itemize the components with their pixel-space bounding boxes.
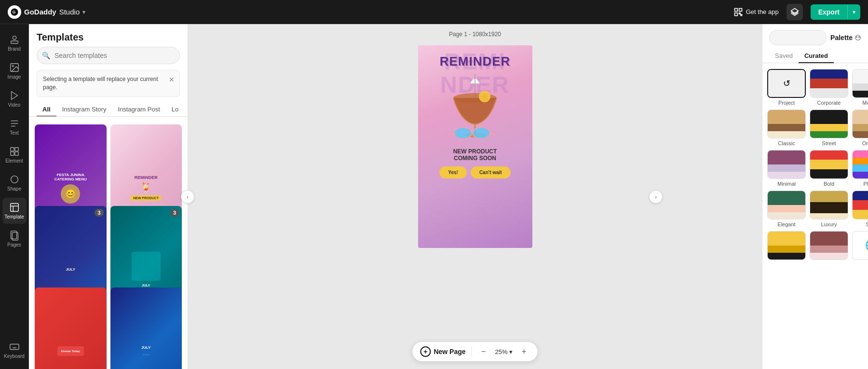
sidebar-item-element[interactable]: Element <box>2 142 27 168</box>
canvas-container[interactable]: REMINDER REMINDER <box>418 45 532 248</box>
get-app-label: Get the app <box>746 8 779 15</box>
canvas-yes-button[interactable]: Yes! <box>439 166 467 178</box>
sidebar-keyboard-label: Keyboard <box>4 354 25 359</box>
palette-street-swatches[interactable] <box>810 109 848 138</box>
filter-tab-instagram-post[interactable]: Instagram Post <box>112 103 165 117</box>
palette-item-street: Street <box>810 109 848 146</box>
palette-tab-saved[interactable]: Saved <box>769 49 799 63</box>
palette-item-bold: Bold <box>810 150 848 187</box>
new-page-label: New Page <box>434 348 465 355</box>
logo[interactable]: G GoDaddy Studio ▾ <box>8 5 85 19</box>
template-item-6[interactable]: JULY ~~~ <box>110 287 182 369</box>
palette-playful-label: Playful <box>863 181 868 187</box>
sidebar-item-video[interactable]: Video <box>2 86 27 112</box>
sidebar-item-brand[interactable]: Brand <box>2 30 27 56</box>
palette-luxury-swatches[interactable] <box>810 191 848 219</box>
collapse-panel-button[interactable]: ‹ <box>181 190 194 204</box>
page-label: Page 1 - 1080x1920 <box>449 31 501 38</box>
sidebar-pages-label: Pages <box>7 242 21 247</box>
svg-rect-17 <box>14 148 18 151</box>
sidebar-item-text[interactable]: Text <box>2 114 27 140</box>
search-icon: 🔍 <box>42 52 50 59</box>
zoom-level-display[interactable]: 25% ▾ <box>495 348 513 355</box>
canvas-design: REMINDER REMINDER <box>418 45 532 248</box>
svg-rect-3 <box>739 8 742 11</box>
palette-item-playful: Playful <box>852 150 868 187</box>
template-donate-label: Donate Today <box>61 350 80 353</box>
replace-notice-close-button[interactable]: ✕ <box>169 75 175 85</box>
palette-item-luxury: Luxury <box>810 191 848 227</box>
svg-rect-2 <box>734 8 737 11</box>
svg-line-42 <box>448 133 454 135</box>
template-icon <box>9 202 20 213</box>
palette-organic-swatches[interactable] <box>852 109 868 138</box>
export-dropdown-icon[interactable]: ▾ <box>847 5 860 19</box>
palette-bold-swatches[interactable] <box>810 150 848 179</box>
qr-code-icon <box>733 7 743 17</box>
svg-marker-12 <box>11 92 17 100</box>
canvas-no-button[interactable]: Can't wait <box>471 166 511 178</box>
templates-grid: FESTA JUNINACATERING MENU 😊 REMINDER 🍹 N… <box>29 121 188 369</box>
template-4-badge: 3 <box>170 209 179 217</box>
new-page-button[interactable]: + New Page <box>420 346 465 357</box>
palette-extra2-swatches[interactable] <box>810 231 848 260</box>
svg-point-45 <box>856 37 857 38</box>
palette-extra1-swatches[interactable] <box>767 231 806 260</box>
shape-icon <box>9 174 20 185</box>
bottom-bar: + New Page − 25% ▾ + <box>412 342 537 361</box>
pages-icon <box>9 230 20 241</box>
template-donate-bar: Donate Today <box>57 346 84 356</box>
palette-playful-swatches[interactable] <box>852 150 868 179</box>
palette-sport-swatches[interactable] <box>852 191 868 219</box>
palette-item-modern: Modern <box>852 69 868 106</box>
sidebar-image-label: Image <box>8 74 21 80</box>
palette-elegant-swatches[interactable] <box>767 191 806 219</box>
layers-button[interactable] <box>787 4 803 20</box>
sidebar-item-shape[interactable]: Shape <box>2 170 27 196</box>
get-app-button[interactable]: Get the app <box>733 7 779 17</box>
filter-tab-lo[interactable]: Lo <box>166 103 184 117</box>
svg-line-43 <box>490 133 497 135</box>
template-3-label: JULY <box>66 267 75 272</box>
sidebar-brand-label: Brand <box>8 46 21 52</box>
template-1-icon: 😊 <box>61 184 80 204</box>
palettes-grid: ↺ Project Corporate Modern <box>762 69 868 262</box>
export-label: Export <box>811 4 847 20</box>
search-input[interactable] <box>37 47 180 64</box>
sidebar-shape-label: Shape <box>7 186 21 191</box>
palette-label-text: Palette <box>830 34 853 41</box>
palette-modern-swatches[interactable] <box>852 69 868 98</box>
palette-minimal-swatches[interactable] <box>767 150 806 179</box>
palette-search-input[interactable] <box>769 30 827 45</box>
sidebar-element-label: Element <box>5 158 23 164</box>
palette-global-button[interactable]: 🌐 <box>852 231 868 260</box>
filter-tab-instagram-story[interactable]: Instagram Story <box>56 103 112 117</box>
palette-classic-swatches[interactable] <box>767 109 806 138</box>
template-2-cocktail-icon: 🍹 <box>140 182 152 193</box>
dropdown-arrow-icon[interactable]: ▾ <box>82 9 85 15</box>
svg-rect-16 <box>10 148 14 151</box>
template-item-donate[interactable]: Donate Today <box>35 287 107 369</box>
brand-name: GoDaddy <box>24 8 56 16</box>
zoom-out-button[interactable]: − <box>478 346 489 357</box>
svg-rect-18 <box>10 152 14 155</box>
svg-rect-6 <box>741 14 742 16</box>
sidebar-item-template[interactable]: Template <box>2 198 27 224</box>
palette-modern-label: Modern <box>862 100 868 106</box>
sidebar-item-image[interactable]: Image <box>2 58 27 84</box>
palette-project-swatches[interactable]: ↺ <box>767 69 806 98</box>
zoom-value: 25% <box>495 348 508 355</box>
export-button[interactable]: Export ▾ <box>811 4 860 20</box>
palette-tab-curated[interactable]: Curated <box>799 49 834 63</box>
palette-corporate-swatches[interactable] <box>810 69 848 98</box>
palette-item-corporate: Corporate <box>810 69 848 106</box>
svg-rect-21 <box>10 204 18 212</box>
canvas-area: Page 1 - 1080x1920 REMINDER REMINDER <box>188 24 762 369</box>
canvas-title: REMINDER <box>440 54 511 69</box>
right-panel: Palette Saved Curated ↺ Project <box>762 24 868 369</box>
filter-tab-all[interactable]: All <box>37 103 56 117</box>
canvas-buttons: Yes! Can't wait <box>439 166 510 178</box>
zoom-in-button[interactable]: + <box>518 346 530 357</box>
sidebar-item-pages[interactable]: Pages <box>2 226 27 252</box>
sidebar-item-keyboard[interactable]: Keyboard <box>2 337 27 363</box>
